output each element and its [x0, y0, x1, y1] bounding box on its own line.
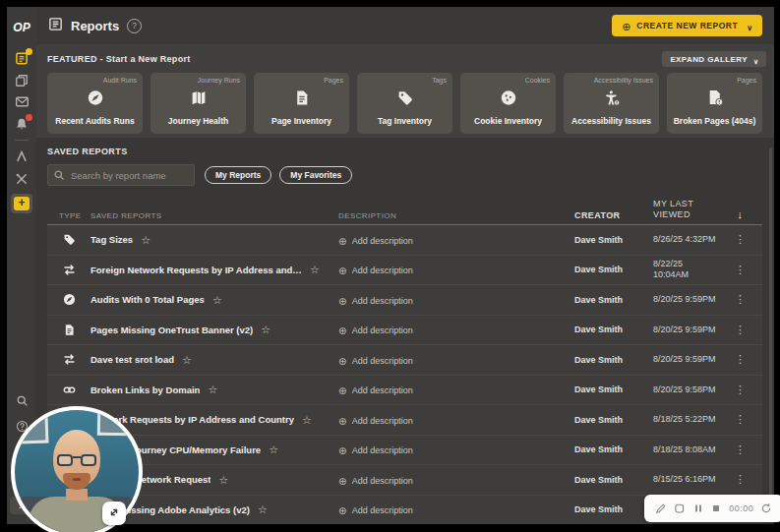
column-my-last-viewed[interactable]: MY LAST VIEWED: [653, 199, 718, 221]
column-saved-reports[interactable]: SAVED REPORTS: [90, 211, 338, 220]
last-viewed-date: 8/18/25 8:08AM: [653, 444, 718, 455]
chevron-down-icon: [738, 19, 752, 33]
blur-button[interactable]: [674, 502, 686, 514]
favorite-star-icon[interactable]: [218, 475, 228, 485]
featured-card-accessibility-issues[interactable]: Accessibility Issues Accessibility Issue…: [564, 73, 659, 134]
sidebar-item-notifications[interactable]: [14, 116, 30, 132]
sidebar-search[interactable]: [14, 392, 30, 408]
sidebar-item-tools[interactable]: [14, 171, 30, 187]
help-icon[interactable]: [127, 19, 142, 33]
row-menu-button[interactable]: [735, 233, 746, 246]
broken-page-icon: [706, 89, 723, 110]
last-viewed-date: 8/18/25 5:22PM: [653, 414, 718, 425]
row-menu-button[interactable]: [735, 353, 746, 366]
featured-card-cookie-inventory[interactable]: Cookies Cookie Inventory: [460, 73, 556, 134]
plus-circle-icon: [338, 355, 352, 367]
expand-gallery-button[interactable]: EXPAND GALLERY: [662, 51, 766, 67]
filter-my-reports[interactable]: My Reports: [205, 166, 271, 184]
table-row[interactable]: Broken Links by Domain Add description D…: [47, 376, 762, 406]
add-description-button[interactable]: Add description: [338, 415, 413, 427]
add-plus-icon: [14, 197, 30, 210]
sidebar-add-button[interactable]: [11, 194, 32, 213]
report-name[interactable]: Broken Links by Domain: [90, 384, 200, 395]
report-name[interactable]: Dave test srot load: [90, 354, 174, 365]
favorite-star-icon[interactable]: [302, 415, 312, 425]
card-category: Journey Runs: [198, 77, 240, 84]
add-description-button[interactable]: Add description: [338, 504, 413, 516]
add-description-button[interactable]: Add description: [338, 295, 413, 307]
sort-descending-icon[interactable]: [738, 208, 744, 220]
creator-name: Dave Smith: [574, 355, 653, 365]
saved-reports-title: SAVED REPORTS: [47, 147, 762, 156]
table-row[interactable]: Tag Sizes Add description Dave Smith 8/2…: [47, 225, 762, 256]
add-description-button[interactable]: Add description: [338, 355, 413, 367]
card-category: Audit Runs: [103, 77, 137, 84]
last-viewed-date: 8/22/25 10:04AM: [653, 259, 718, 281]
notification-dot-icon: [26, 48, 32, 55]
stop-button[interactable]: [710, 502, 722, 514]
row-menu-button[interactable]: [735, 443, 746, 456]
card-category: Pages: [737, 77, 756, 84]
annotate-button[interactable]: [655, 502, 667, 514]
restart-button[interactable]: [760, 502, 772, 514]
column-creator[interactable]: CREATOR: [574, 210, 653, 220]
row-menu-button[interactable]: [735, 384, 746, 396]
pause-button[interactable]: [692, 502, 704, 514]
add-description-label: Add description: [352, 266, 413, 275]
favorite-star-icon[interactable]: [261, 325, 270, 334]
search-input[interactable]: [47, 164, 195, 186]
creator-name: Dave Smith: [574, 384, 653, 394]
add-description-button[interactable]: Add description: [338, 444, 413, 456]
table-row[interactable]: Foreign Network Requests by IP Address a…: [47, 256, 762, 286]
favorite-star-icon[interactable]: [258, 504, 268, 514]
add-description-button[interactable]: Add description: [338, 325, 413, 336]
table-row[interactable]: Dave test Network Request Add descriptio…: [47, 465, 762, 496]
favorite-star-icon[interactable]: [269, 444, 278, 454]
favorite-star-icon[interactable]: [182, 355, 192, 365]
row-menu-button[interactable]: [735, 473, 746, 486]
add-description-label: Add description: [352, 476, 413, 486]
sidebar-item-reports[interactable]: [14, 50, 30, 66]
featured-card-recent-audit-runs[interactable]: Audit Runs Recent Audits Runs: [47, 73, 143, 134]
add-description-button[interactable]: Add description: [338, 384, 413, 396]
report-name[interactable]: Tag Sizes: [90, 234, 133, 245]
favorite-star-icon[interactable]: [310, 265, 320, 274]
add-description-label: Add description: [352, 236, 413, 246]
filter-my-favorites[interactable]: My Favorites: [279, 166, 352, 184]
table-row[interactable]: Network Requests by IP Address and Count…: [47, 405, 762, 436]
sidebar-item-messages[interactable]: [14, 93, 30, 109]
table-row[interactable]: Account Journey CPU/Memory Failure Add d…: [47, 436, 762, 466]
featured-card-broken-pages[interactable]: Pages Broken Pages (404s): [667, 73, 762, 134]
report-name[interactable]: Pages Missing OneTrust Banner (v2): [90, 325, 253, 335]
featured-card-tag-inventory[interactable]: Tags Tag Inventory: [357, 73, 452, 134]
add-description-button[interactable]: Add description: [338, 235, 413, 247]
sidebar-item-journeys[interactable]: [14, 148, 30, 164]
last-viewed-date: 8/20/25 9:59PM: [653, 294, 718, 305]
plus-circle-icon: [622, 19, 636, 33]
favorite-star-icon[interactable]: [212, 295, 222, 305]
add-description-button[interactable]: Add description: [338, 265, 413, 276]
featured-section: FEATURED - Start a New Report EXPAND GAL…: [36, 44, 774, 138]
row-menu-button[interactable]: [735, 413, 746, 426]
creator-name: Dave Smith: [574, 295, 653, 305]
webcam-resize-button[interactable]: [102, 502, 126, 525]
featured-card-journey-health[interactable]: Journey Runs Journey Health: [150, 73, 246, 134]
creator-name: Dave Smith: [574, 504, 653, 514]
favorite-star-icon[interactable]: [208, 384, 217, 394]
creator-name: Dave Smith: [574, 235, 653, 245]
featured-card-page-inventory[interactable]: Pages Page Inventory: [254, 73, 349, 134]
favorite-star-icon[interactable]: [141, 235, 150, 245]
table-row[interactable]: Audits With 0 Total Pages Add descriptio…: [47, 285, 762, 316]
create-button-label: CREATE NEW REPORT: [636, 21, 738, 30]
row-menu-button[interactable]: [735, 324, 746, 336]
report-name[interactable]: Audits With 0 Total Pages: [90, 294, 205, 305]
table-row[interactable]: Dave test srot load Add description Dave…: [47, 345, 762, 376]
add-description-button[interactable]: Add description: [338, 475, 413, 487]
row-menu-button[interactable]: [735, 293, 746, 306]
create-new-report-button[interactable]: CREATE NEW REPORT: [612, 15, 762, 36]
row-menu-button[interactable]: [735, 264, 746, 276]
scrollbar[interactable]: [769, 148, 772, 522]
sidebar-item-library[interactable]: [14, 73, 30, 89]
table-row[interactable]: Pages Missing OneTrust Banner (v2) Add d…: [47, 316, 762, 346]
report-name[interactable]: Foreign Network Requests by IP Address a…: [90, 265, 302, 275]
